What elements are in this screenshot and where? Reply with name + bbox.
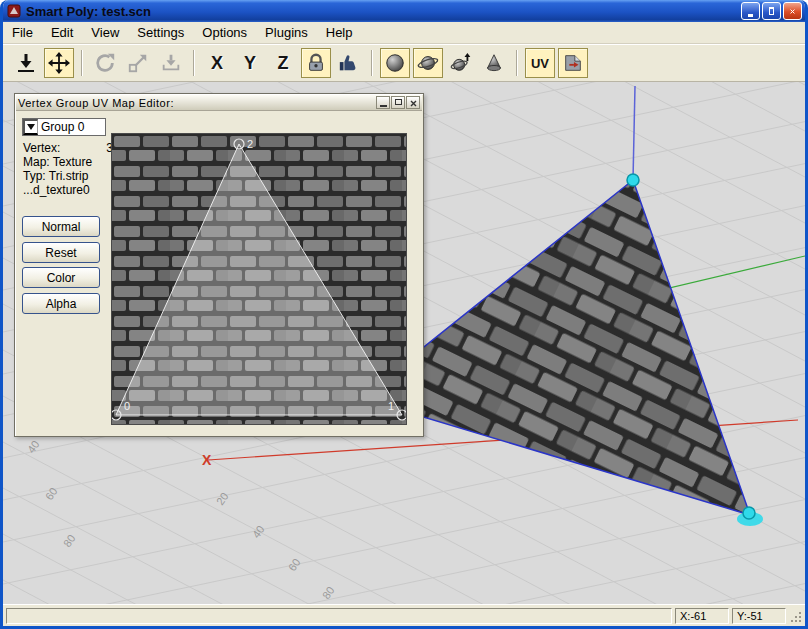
uv-map-editor-panel: Vertex Group UV Map Editor: Group 0 Vert… [14, 93, 424, 437]
reset-button[interactable]: Reset [22, 242, 100, 263]
vertex-count-row: Vertex: 3 [23, 141, 113, 155]
rotate-icon [94, 52, 116, 74]
axis-x-label: X [211, 53, 223, 74]
uv-texture-preview[interactable]: 2 0 1 [111, 133, 407, 425]
window-controls [741, 2, 802, 20]
status-message-area [6, 608, 672, 624]
uv-mode-button[interactable]: UV [525, 48, 555, 78]
status-y-coordinate: Y:-51 [732, 608, 786, 624]
apply-icon [160, 52, 182, 74]
uv-vertex-label: 0 [124, 400, 130, 412]
planet-add-tool-button[interactable] [446, 48, 476, 78]
primitive-type-row: Typ: Tri.strip [23, 169, 113, 183]
menu-edit[interactable]: Edit [42, 22, 82, 43]
viewport-3d[interactable]: 20 40 60 80 40 60 80 X Vertex Group UV M… [3, 82, 805, 604]
normal-button[interactable]: Normal [22, 216, 100, 237]
close-icon [790, 7, 795, 16]
window-title: Smart Poly: test.scn [26, 4, 741, 19]
texture-name: ...d_texture0 [23, 183, 90, 197]
uv-vertex-label: 1 [388, 400, 394, 412]
type-value: Tri.strip [49, 169, 89, 183]
menu-help[interactable]: Help [317, 22, 362, 43]
translate-icon [15, 52, 37, 74]
axis-y-label: Y [244, 53, 256, 74]
x-axis-label: X [202, 452, 212, 468]
toolbar-separator [516, 50, 518, 76]
cone-tool-button[interactable] [479, 48, 509, 78]
app-icon [6, 3, 22, 19]
minimize-icon [748, 14, 753, 17]
close-button[interactable] [783, 2, 802, 20]
menu-settings[interactable]: Settings [128, 22, 193, 43]
menu-file[interactable]: File [3, 22, 42, 43]
app-window: Smart Poly: test.scn File Edit View Sett… [0, 0, 808, 629]
z-axis-line [633, 86, 635, 180]
axis-x-button[interactable]: X [202, 48, 232, 78]
toolbar-separator [193, 50, 195, 76]
planet-add-icon [450, 52, 472, 74]
maximize-icon [769, 7, 774, 15]
axis-tick-label: 80 [61, 532, 78, 549]
menu-options[interactable]: Options [193, 22, 256, 43]
map-value: Texture [53, 155, 92, 169]
sphere-tool-button[interactable] [380, 48, 410, 78]
toolbar-separator [81, 50, 83, 76]
axis-tick-label: 60 [43, 485, 60, 502]
title-bar[interactable]: Smart Poly: test.scn [3, 0, 805, 22]
map-label: Map: [23, 155, 50, 169]
uv-panel-maximize-button[interactable] [391, 96, 405, 109]
group-select-dropdown[interactable]: Group 0 [22, 118, 106, 136]
uv-vertex-label: 2 [247, 138, 253, 150]
approve-button[interactable] [334, 48, 364, 78]
axis-z-button[interactable]: Z [268, 48, 298, 78]
minimize-icon [380, 105, 387, 107]
minimize-button[interactable] [741, 2, 760, 20]
axis-tick-label: 20 [214, 490, 231, 507]
uv-panel-title: Vertex Group UV Map Editor: [18, 97, 375, 109]
move-tool-button[interactable] [44, 48, 74, 78]
status-bar: X:-61 Y:-51 [3, 604, 805, 626]
toolbar: X Y Z [3, 44, 805, 82]
planet-icon [417, 52, 439, 74]
vertex-handle[interactable] [743, 507, 755, 519]
shape-export-button[interactable] [558, 48, 588, 78]
chevron-down-icon [27, 124, 35, 130]
axis-tick-label: 60 [286, 556, 303, 573]
alpha-button[interactable]: Alpha [22, 293, 100, 314]
menu-view[interactable]: View [82, 22, 128, 43]
uv-panel-close-button[interactable] [406, 96, 420, 109]
translate-tool-button[interactable] [11, 48, 41, 78]
scale-icon [127, 52, 149, 74]
resize-grip[interactable] [789, 608, 803, 624]
vertex-handle[interactable] [627, 174, 639, 186]
sphere-icon [384, 52, 406, 74]
map-type-row: Map: Texture [23, 155, 113, 169]
planet-tool-button[interactable] [413, 48, 443, 78]
shape-export-icon [562, 52, 584, 74]
toolbar-separator [371, 50, 373, 76]
close-icon [410, 100, 417, 107]
type-label: Typ: [23, 169, 46, 183]
apply-tool-button[interactable] [156, 48, 186, 78]
group-dropdown-button[interactable] [23, 119, 38, 135]
uv-info-block: Vertex: 3 Map: Texture Typ: Tri.strip ..… [23, 141, 113, 197]
cone-icon [483, 52, 505, 74]
maximize-button[interactable] [762, 2, 781, 20]
uv-panel-titlebar[interactable]: Vertex Group UV Map Editor: [16, 95, 422, 111]
thumbs-up-icon [338, 52, 360, 74]
maximize-icon [395, 99, 402, 105]
lock-button[interactable] [301, 48, 331, 78]
color-button[interactable]: Color [22, 267, 100, 288]
status-x-coordinate: X:-61 [675, 608, 729, 624]
scale-tool-button[interactable] [123, 48, 153, 78]
uv-canvas[interactable]: 2 0 1 [112, 134, 406, 424]
axis-z-label: Z [278, 53, 289, 74]
axis-y-button[interactable]: Y [235, 48, 265, 78]
move-icon [48, 52, 70, 74]
menu-bar: File Edit View Settings Options Plugins … [3, 22, 805, 44]
uv-panel-minimize-button[interactable] [376, 96, 390, 109]
uv-mode-label: UV [531, 56, 549, 71]
menu-plugins[interactable]: Plugins [256, 22, 317, 43]
rotate-tool-button[interactable] [90, 48, 120, 78]
axis-tick-label: 40 [250, 523, 267, 540]
